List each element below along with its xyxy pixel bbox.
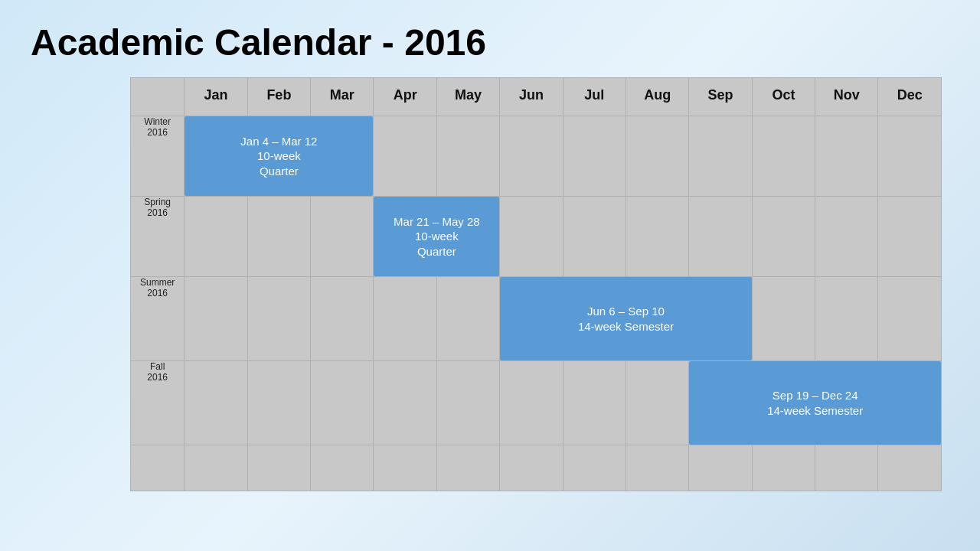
- winter-label: Winter 2016: [131, 116, 185, 197]
- winter-apr: [374, 116, 436, 197]
- summer-jan: [185, 277, 247, 361]
- spring-mar: [311, 197, 374, 277]
- header-may: May: [436, 78, 499, 116]
- fall-aug: [626, 361, 688, 445]
- winter-sep: [689, 116, 752, 197]
- summer-feb: [247, 277, 310, 361]
- header-dec: Dec: [878, 78, 942, 116]
- fall-label: Fall 2016: [131, 361, 185, 445]
- winter-jun: [500, 116, 563, 197]
- fall-feb: [247, 361, 310, 445]
- spring-nov: [815, 197, 878, 277]
- spring-dec: [878, 197, 942, 277]
- winter-jul: [563, 116, 626, 197]
- calendar-table: Jan Feb Mar Apr May Jun Jul Aug Sep Oct …: [130, 77, 942, 491]
- fall-apr: [374, 361, 436, 445]
- header-aug: Aug: [626, 78, 688, 116]
- winter-may: [436, 116, 499, 197]
- summer-may: [436, 277, 499, 361]
- spring-event: Mar 21 – May 28 10-week Quarter: [374, 197, 499, 276]
- summer-apr: [374, 277, 436, 361]
- page-title: Academic Calendar - 2016: [0, 0, 980, 77]
- fall-event: Sep 19 – Dec 24 14-week Semester: [689, 361, 941, 445]
- spring-row: Spring 2016 Mar 21 – May 28 10-week Quar…: [131, 197, 942, 277]
- extra-label: [131, 445, 185, 491]
- header-sep: Sep: [689, 78, 752, 116]
- fall-row: Fall 2016 Sep 19 – Dec 24 14-week Semest…: [131, 361, 942, 445]
- spring-jul: [563, 197, 626, 277]
- winter-row: Winter 2016 Jan 4 – Mar 12 10-week Quart…: [131, 116, 942, 197]
- winter-aug: [626, 116, 688, 197]
- summer-mar: [311, 277, 374, 361]
- calendar-wrapper: Jan Feb Mar Apr May Jun Jul Aug Sep Oct …: [130, 77, 942, 491]
- fall-may: [436, 361, 499, 445]
- spring-label: Spring 2016: [131, 197, 185, 277]
- summer-row: Summer 2016 Jun 6 – Sep 10 14-week Semes…: [131, 277, 942, 361]
- fall-jun: [500, 361, 563, 445]
- spring-aug: [626, 197, 688, 277]
- header-jun: Jun: [500, 78, 563, 116]
- fall-jul: [563, 361, 626, 445]
- header-feb: Feb: [247, 78, 310, 116]
- fall-mar: [311, 361, 374, 445]
- summer-dec: [878, 277, 942, 361]
- summer-event-cell: Jun 6 – Sep 10 14-week Semester: [500, 277, 753, 361]
- header-nov: Nov: [815, 78, 878, 116]
- header-jul: Jul: [563, 78, 626, 116]
- header-oct: Oct: [752, 78, 815, 116]
- winter-nov: [815, 116, 878, 197]
- header-row: Jan Feb Mar Apr May Jun Jul Aug Sep Oct …: [131, 78, 942, 116]
- summer-event: Jun 6 – Sep 10 14-week Semester: [500, 277, 752, 360]
- fall-event-cell: Sep 19 – Dec 24 14-week Semester: [689, 361, 942, 445]
- spring-oct: [752, 197, 815, 277]
- spring-event-cell: Mar 21 – May 28 10-week Quarter: [374, 197, 500, 277]
- summer-label: Summer 2016: [131, 277, 185, 361]
- fall-jan: [185, 361, 247, 445]
- extra-row: [131, 445, 942, 491]
- summer-oct: [752, 277, 815, 361]
- winter-event-cell: Jan 4 – Mar 12 10-week Quarter: [185, 116, 374, 197]
- spring-sep: [689, 197, 752, 277]
- header-jan: Jan: [185, 78, 247, 116]
- header-mar: Mar: [311, 78, 374, 116]
- winter-event: Jan 4 – Mar 12 10-week Quarter: [185, 116, 373, 196]
- header-apr: Apr: [374, 78, 436, 116]
- spring-jan: [185, 197, 247, 277]
- header-empty: [131, 78, 185, 116]
- summer-nov: [815, 277, 878, 361]
- spring-feb: [247, 197, 310, 277]
- winter-dec: [878, 116, 942, 197]
- spring-jun: [500, 197, 563, 277]
- winter-oct: [752, 116, 815, 197]
